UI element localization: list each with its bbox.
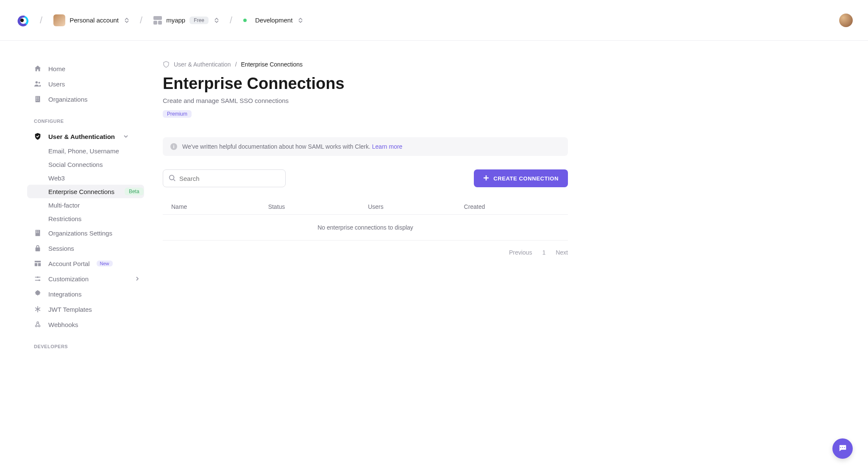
sidebar-item-organizations[interactable]: Organizations bbox=[34, 91, 153, 107]
puzzle-icon bbox=[34, 290, 42, 298]
breadcrumb-app[interactable]: myapp Free bbox=[153, 16, 219, 25]
breadcrumb-environment-label: Development bbox=[255, 17, 292, 24]
sub-item-label: Web3 bbox=[48, 175, 65, 182]
sub-item-enterprise-connections[interactable]: Enterprise Connections Beta bbox=[27, 185, 144, 198]
chat-icon bbox=[838, 444, 847, 454]
svg-point-9 bbox=[39, 325, 40, 327]
table-empty-text: No enterprise connections to display bbox=[163, 215, 568, 241]
svg-point-6 bbox=[37, 277, 39, 278]
sub-item-label: Enterprise Connections bbox=[48, 188, 114, 195]
sidebar-item-label: Users bbox=[48, 80, 65, 88]
search-box[interactable] bbox=[163, 169, 286, 187]
breadcrumb-account[interactable]: Personal account bbox=[53, 14, 129, 26]
search-icon bbox=[168, 174, 176, 183]
sub-item-label: Social Connections bbox=[48, 161, 103, 168]
building-icon bbox=[34, 95, 42, 103]
sidebar-item-organizations-settings[interactable]: Organizations Settings bbox=[34, 225, 153, 241]
sub-item-social-connections[interactable]: Social Connections bbox=[34, 158, 153, 171]
clerk-logo-icon[interactable] bbox=[15, 14, 29, 27]
sidebar-item-jwt-templates[interactable]: JWT Templates bbox=[34, 302, 153, 317]
user-avatar[interactable] bbox=[839, 14, 853, 27]
svg-rect-3 bbox=[35, 261, 41, 263]
svg-point-8 bbox=[35, 325, 37, 327]
building-icon bbox=[34, 229, 42, 237]
chat-fab[interactable] bbox=[832, 438, 853, 459]
create-connection-label: CREATE CONNECTION bbox=[493, 175, 559, 182]
sidebar-item-customization[interactable]: Customization bbox=[34, 271, 153, 286]
webhook-icon bbox=[34, 321, 42, 328]
breadcrumb-environment[interactable]: Development bbox=[243, 17, 303, 24]
shield-check-icon bbox=[34, 133, 42, 140]
section-label-developers: DEVELOPERS bbox=[34, 344, 153, 349]
app-grid-icon bbox=[153, 16, 162, 25]
search-input[interactable] bbox=[179, 175, 280, 182]
plus-icon bbox=[483, 175, 489, 182]
sub-item-label: Email, Phone, Username bbox=[48, 147, 119, 155]
sidebar-item-home[interactable]: Home bbox=[34, 61, 153, 76]
sidebar-item-user-auth[interactable]: User & Authentication bbox=[34, 129, 153, 144]
sidebar-item-label: Organizations Settings bbox=[48, 230, 112, 237]
sliders-icon bbox=[34, 275, 42, 283]
breadcrumb-current: Enterprise Connections bbox=[241, 61, 303, 68]
account-avatar bbox=[53, 14, 65, 26]
table-empty-row: No enterprise connections to display bbox=[163, 215, 568, 241]
asterisk-icon bbox=[34, 305, 42, 313]
shield-icon bbox=[163, 61, 170, 68]
create-connection-button[interactable]: CREATE CONNECTION bbox=[474, 169, 568, 187]
svg-point-10 bbox=[37, 322, 39, 324]
sub-item-web3[interactable]: Web3 bbox=[34, 171, 153, 185]
pager-next[interactable]: Next bbox=[556, 249, 568, 256]
new-badge: New bbox=[97, 261, 113, 266]
layout-icon bbox=[34, 260, 42, 267]
breadcrumb-account-label: Personal account bbox=[70, 17, 119, 24]
sub-item-multi-factor[interactable]: Multi-factor bbox=[34, 198, 153, 212]
sidebar-item-label: Integrations bbox=[48, 291, 81, 298]
sub-item-label: Multi-factor bbox=[48, 202, 80, 209]
sidebar-item-label: Organizations bbox=[48, 96, 88, 103]
sidebar-item-label: Customization bbox=[48, 275, 89, 283]
sidebar-item-label: Sessions bbox=[48, 245, 74, 252]
svg-rect-4 bbox=[35, 263, 37, 266]
connections-table: Name Status Users Created No enterprise … bbox=[163, 199, 568, 241]
sub-item-restrictions[interactable]: Restrictions bbox=[34, 212, 153, 225]
sidebar-item-integrations[interactable]: Integrations bbox=[34, 286, 153, 302]
sidebar-item-webhooks[interactable]: Webhooks bbox=[34, 317, 153, 332]
chevron-right-icon bbox=[135, 275, 140, 283]
th-name: Name bbox=[163, 199, 260, 215]
premium-badge: Premium bbox=[163, 110, 192, 118]
svg-point-11 bbox=[170, 175, 174, 180]
sub-item-email-phone-username[interactable]: Email, Phone, Username bbox=[34, 144, 153, 158]
info-banner-link[interactable]: Learn more bbox=[372, 143, 403, 150]
sidebar: Home Users Organizations CONFIGURE User … bbox=[0, 41, 153, 354]
main-content: User & Authentication / Enterprise Conne… bbox=[153, 41, 619, 354]
th-created: Created bbox=[456, 199, 568, 215]
breadcrumb-app-label: myapp bbox=[166, 17, 185, 24]
sub-item-label: Restrictions bbox=[48, 215, 81, 222]
svg-point-0 bbox=[20, 18, 24, 22]
sidebar-item-users[interactable]: Users bbox=[34, 76, 153, 91]
info-banner: i We've written helpful documentation ab… bbox=[163, 137, 568, 156]
th-status: Status bbox=[260, 199, 360, 215]
svg-point-7 bbox=[39, 280, 40, 281]
section-label-configure: CONFIGURE bbox=[34, 119, 153, 124]
chevron-updown-icon bbox=[214, 18, 219, 23]
svg-point-2 bbox=[39, 82, 40, 83]
sidebar-item-account-portal[interactable]: Account Portal New bbox=[34, 256, 153, 271]
page-title: Enterprise Connections bbox=[163, 75, 568, 93]
plan-badge: Free bbox=[189, 17, 209, 24]
breadcrumb-parent[interactable]: User & Authentication bbox=[174, 61, 231, 68]
sidebar-item-label: Home bbox=[48, 65, 65, 72]
th-users: Users bbox=[359, 199, 455, 215]
breadcrumb-sep: / bbox=[235, 61, 237, 68]
info-icon: i bbox=[170, 143, 177, 150]
beta-badge: Beta bbox=[125, 188, 144, 195]
sidebar-item-label: Account Portal bbox=[48, 260, 90, 267]
pager: Previous 1 Next bbox=[163, 249, 568, 256]
chevron-updown-icon bbox=[125, 18, 129, 23]
sidebar-item-label: User & Authentication bbox=[48, 133, 115, 140]
pager-prev[interactable]: Previous bbox=[509, 249, 532, 256]
svg-point-1 bbox=[36, 81, 38, 83]
sidebar-item-label: Webhooks bbox=[48, 321, 78, 328]
sidebar-item-sessions[interactable]: Sessions bbox=[34, 241, 153, 256]
status-dot-icon bbox=[243, 19, 247, 22]
